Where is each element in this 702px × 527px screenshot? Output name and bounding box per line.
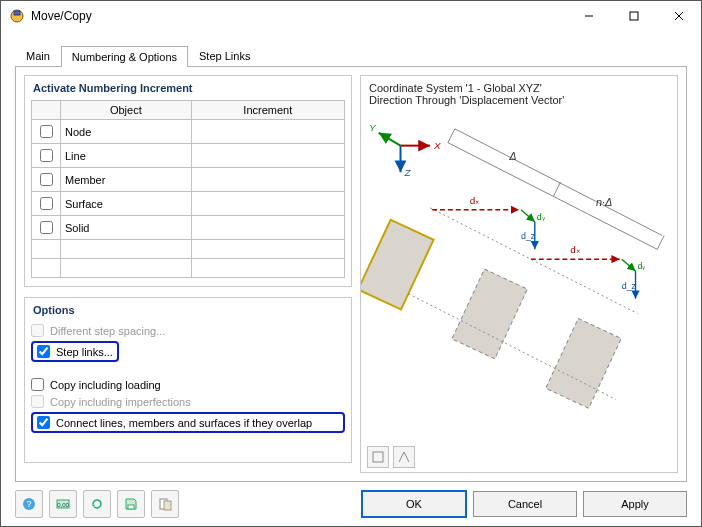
- opt-diff-step: Different step spacing...: [31, 322, 345, 339]
- preview-tool-1-icon[interactable]: [367, 446, 389, 468]
- label-dx-1: dₓ: [470, 195, 479, 206]
- opt-connect-overlap-check[interactable]: [37, 416, 50, 429]
- label-ndelta: n·Δ: [596, 196, 612, 208]
- cell-object: Member: [61, 168, 192, 192]
- svg-rect-3: [630, 12, 638, 20]
- cell-object: Solid: [61, 216, 192, 240]
- tab-strip: Main Numbering & Options Step Links: [15, 44, 687, 66]
- table-row: [32, 240, 345, 259]
- label-delta: Δ: [508, 150, 516, 162]
- table-row: Line: [32, 144, 345, 168]
- numbering-title: Activate Numbering Increment: [33, 82, 345, 94]
- row-solid-check[interactable]: [40, 221, 53, 234]
- cell-object: Surface: [61, 192, 192, 216]
- tab-content: Activate Numbering Increment Object Incr…: [15, 66, 687, 482]
- svg-line-7: [379, 133, 401, 146]
- units-icon[interactable]: 0,00: [49, 490, 77, 518]
- cell-increment[interactable]: [191, 144, 344, 168]
- axis-z-label: Z: [403, 167, 411, 178]
- svg-rect-30: [128, 505, 134, 509]
- window-title: Move/Copy: [31, 9, 92, 23]
- opt-step-links[interactable]: Step links...: [37, 345, 113, 358]
- cell-object: Node: [61, 120, 192, 144]
- refresh-icon[interactable]: [83, 490, 111, 518]
- diagram-svg: X Y Z Δ n·Δ: [361, 106, 677, 442]
- row-surface-check[interactable]: [40, 197, 53, 210]
- svg-rect-16: [546, 318, 622, 408]
- opt-step-links-check[interactable]: [37, 345, 50, 358]
- ok-button[interactable]: OK: [361, 490, 467, 518]
- col-increment: Increment: [191, 101, 344, 120]
- opt-connect-overlap-label: Connect lines, members and surfaces if t…: [56, 417, 312, 429]
- cell-increment[interactable]: [191, 216, 344, 240]
- dialog-window: Move/Copy Main Numbering & Options Step …: [0, 0, 702, 527]
- opt-copy-imperf-label: Copy including imperfections: [50, 396, 191, 408]
- svg-line-12: [554, 182, 561, 196]
- highlight-connect-overlap: Connect lines, members and surfaces if t…: [31, 412, 345, 433]
- svg-rect-14: [361, 220, 434, 310]
- col-check: [32, 101, 61, 120]
- svg-rect-32: [164, 501, 171, 510]
- preview-toolbar: [361, 442, 677, 472]
- report-icon[interactable]: [151, 490, 179, 518]
- apply-button[interactable]: Apply: [583, 491, 687, 517]
- footer-tool-icons: ? 0,00: [15, 490, 179, 518]
- table-row: [32, 259, 345, 278]
- maximize-button[interactable]: [611, 2, 656, 31]
- options-group: Options Different step spacing... Step l…: [24, 297, 352, 463]
- opt-diff-step-label: Different step spacing...: [50, 325, 165, 337]
- opt-copy-imperf: Copy including imperfections: [31, 393, 345, 410]
- label-dy-2: dᵧ: [638, 261, 647, 271]
- col-object: Object: [61, 101, 192, 120]
- cell-increment[interactable]: [191, 192, 344, 216]
- table-row: Member: [32, 168, 345, 192]
- cell-object: Line: [61, 144, 192, 168]
- highlight-step-links: Step links...: [31, 341, 119, 362]
- cell-increment[interactable]: [191, 120, 344, 144]
- label-dy-1: dᵧ: [537, 212, 546, 222]
- svg-line-10: [455, 129, 662, 236]
- svg-line-21: [521, 210, 535, 222]
- opt-step-links-label: Step links...: [56, 346, 113, 358]
- help-icon[interactable]: ?: [15, 490, 43, 518]
- close-button[interactable]: [656, 2, 701, 31]
- row-member-check[interactable]: [40, 173, 53, 186]
- tab-step-links[interactable]: Step Links: [188, 45, 261, 66]
- preview-line1: Coordinate System '1 - Global XYZ': [369, 82, 669, 94]
- preview-diagram: X Y Z Δ n·Δ: [361, 106, 677, 442]
- opt-diff-step-check: [31, 324, 44, 337]
- opt-connect-overlap[interactable]: Connect lines, members and surfaces if t…: [37, 416, 339, 429]
- opt-copy-loading-label: Copy including loading: [50, 379, 161, 391]
- cell-increment[interactable]: [191, 168, 344, 192]
- titlebar: Move/Copy: [1, 1, 701, 32]
- svg-rect-15: [452, 269, 528, 359]
- preview-pane: Coordinate System '1 - Global XYZ' Direc…: [360, 75, 678, 473]
- label-dx-2: dₓ: [570, 244, 579, 255]
- content-area: Main Numbering & Options Step Links Acti…: [1, 32, 701, 482]
- preview-tool-2-icon[interactable]: [393, 446, 415, 468]
- svg-text:0,00: 0,00: [57, 502, 69, 508]
- options-title: Options: [33, 304, 345, 316]
- preview-line2: Direction Through 'Displacement Vector': [369, 94, 669, 106]
- row-node-check[interactable]: [40, 125, 53, 138]
- tab-main[interactable]: Main: [15, 45, 61, 66]
- left-pane: Activate Numbering Increment Object Incr…: [24, 75, 352, 473]
- svg-line-13: [657, 235, 664, 249]
- label-dz-1: d_z: [521, 231, 536, 241]
- save-icon[interactable]: [117, 490, 145, 518]
- axis-x-label: X: [433, 140, 441, 151]
- opt-copy-imperf-check: [31, 395, 44, 408]
- opt-copy-loading[interactable]: Copy including loading: [31, 376, 345, 393]
- table-row: Solid: [32, 216, 345, 240]
- svg-rect-25: [373, 452, 383, 462]
- tab-numbering-options[interactable]: Numbering & Options: [61, 46, 188, 67]
- opt-copy-loading-check[interactable]: [31, 378, 44, 391]
- app-icon: [9, 8, 25, 24]
- preview-header: Coordinate System '1 - Global XYZ' Direc…: [361, 76, 677, 106]
- row-line-check[interactable]: [40, 149, 53, 162]
- minimize-button[interactable]: [566, 2, 611, 31]
- numbering-table: Object Increment Node: [31, 100, 345, 278]
- svg-line-22: [622, 259, 636, 271]
- cancel-button[interactable]: Cancel: [473, 491, 577, 517]
- svg-line-11: [448, 129, 455, 143]
